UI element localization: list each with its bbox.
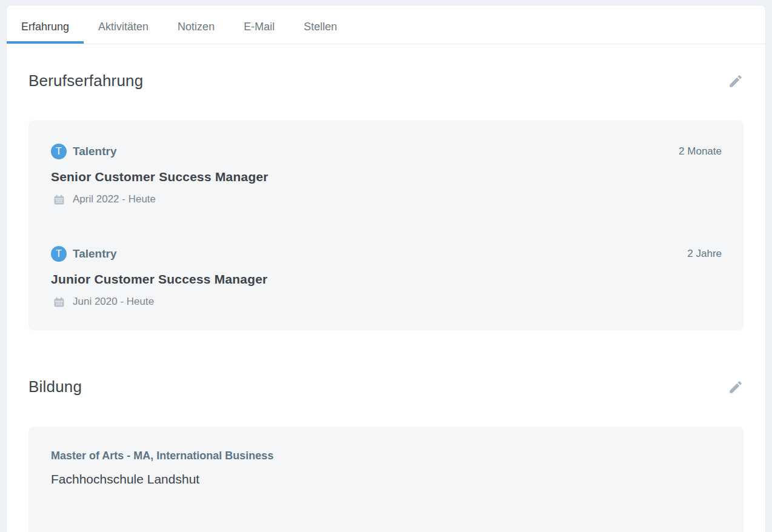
tab-notizen[interactable]: Notizen [163, 5, 229, 44]
period-row: Juni 2020 - Heute [51, 296, 722, 308]
degree-label: Master of Arts - MA, International Busin… [51, 450, 722, 462]
duration-label: 2 Jahre [687, 248, 722, 260]
entry-header-row: T Talentry 2 Jahre [51, 246, 722, 262]
tab-bar: Erfahrung Aktivitäten Notizen E-Mail Ste… [7, 5, 765, 44]
company-link[interactable]: T Talentry [51, 144, 117, 159]
company-avatar: T [51, 246, 67, 262]
tab-stellen[interactable]: Stellen [289, 5, 351, 44]
education-entry: Master of Arts - MA, International Busin… [51, 450, 722, 487]
education-section-header: Bildung [28, 377, 744, 396]
edit-experience-button[interactable] [728, 73, 744, 89]
tab-aktivitaeten[interactable]: Aktivitäten [84, 5, 163, 44]
edit-education-button[interactable] [728, 379, 744, 395]
experience-entry: T Talentry 2 Monate Senior Customer Succ… [51, 144, 722, 205]
calendar-icon [51, 297, 67, 307]
school-name: Fachhochschule Landshut [51, 472, 722, 487]
pencil-icon [728, 82, 744, 91]
pencil-icon [728, 388, 744, 397]
entry-header-row: T Talentry 2 Monate [51, 144, 722, 159]
period-label: April 2022 - Heute [73, 193, 156, 205]
company-name: Talentry [73, 145, 117, 158]
company-link[interactable]: T Talentry [51, 246, 117, 262]
experience-panel: T Talentry 2 Monate Senior Customer Succ… [28, 121, 744, 330]
period-label: Juni 2020 - Heute [73, 296, 154, 308]
education-panel: Master of Arts - MA, International Busin… [28, 427, 744, 532]
company-avatar: T [51, 144, 67, 159]
experience-entry: T Talentry 2 Jahre Junior Customer Succe… [51, 246, 722, 308]
job-title: Junior Customer Success Manager [51, 272, 722, 287]
experience-section-header: Berufserfahrung [28, 71, 744, 90]
duration-label: 2 Monate [679, 145, 722, 158]
company-name: Talentry [73, 247, 117, 261]
tab-content: Berufserfahrung T Talentry 2 Monate Seni… [7, 71, 765, 532]
tab-erfahrung[interactable]: Erfahrung [7, 5, 84, 44]
experience-section-title: Berufserfahrung [28, 71, 143, 90]
education-section-title: Bildung [28, 377, 82, 396]
job-title: Senior Customer Success Manager [51, 170, 722, 184]
tab-email[interactable]: E-Mail [229, 5, 289, 44]
profile-card: Erfahrung Aktivitäten Notizen E-Mail Ste… [6, 5, 766, 532]
period-row: April 2022 - Heute [51, 193, 722, 205]
calendar-icon [51, 195, 67, 205]
